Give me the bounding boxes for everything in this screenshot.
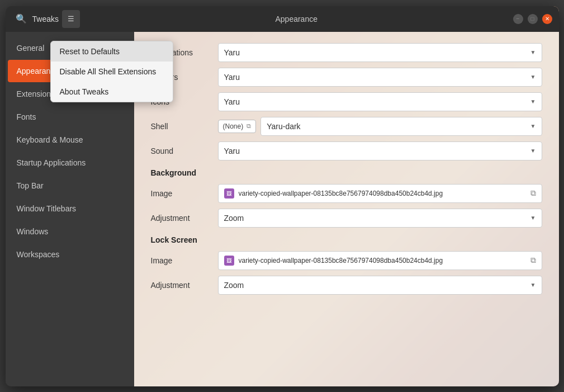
cursors-control: Yaru ▼ xyxy=(218,68,542,87)
cursors-dropdown[interactable]: Yaru ▼ xyxy=(218,68,542,87)
app-title: Tweaks xyxy=(32,15,59,23)
bg-image-label: Image xyxy=(151,189,218,198)
sidebar-item-keyboard-mouse[interactable]: Keyboard & Mouse xyxy=(8,129,132,151)
shell-dropdown-arrow: ▼ xyxy=(530,123,536,129)
lock-section-header: Lock Screen xyxy=(151,235,542,244)
bg-adjustment-label: Adjustment xyxy=(151,214,218,223)
menu-button[interactable]: ☰ xyxy=(62,10,80,28)
row-lock-image: Image 🖼 variety-copied-wallpaper-08135bc… xyxy=(151,251,542,270)
sidebar-item-window-titlebars[interactable]: Window Titlebars xyxy=(8,197,132,220)
row-sound: Sound Yaru ▼ xyxy=(151,141,542,160)
shell-badge: (None) ⧉ xyxy=(218,120,257,133)
bg-adjustment-dropdown-arrow: ▼ xyxy=(530,215,536,221)
icons-dropdown[interactable]: Yaru ▼ xyxy=(218,92,542,111)
menu-icon: ☰ xyxy=(68,15,74,23)
lock-image-label: Image xyxy=(151,256,218,265)
row-icons: Icons Yaru ▼ xyxy=(151,92,542,111)
bg-adjustment-dropdown[interactable]: Zoom ▼ xyxy=(218,209,542,228)
lock-copy-icon[interactable]: ⧉ xyxy=(530,256,536,265)
row-lock-adjustment: Adjustment Zoom ▼ xyxy=(151,276,542,295)
sound-dropdown-arrow: ▼ xyxy=(530,148,536,154)
minimize-icon: − xyxy=(516,16,520,22)
bg-image-control: 🖼 variety-copied-wallpaper-08135bc8e7567… xyxy=(218,184,542,203)
lock-adjustment-label: Adjustment xyxy=(151,281,218,290)
search-icon: 🔍 xyxy=(16,13,27,24)
sidebar-item-windows[interactable]: Windows xyxy=(8,220,132,243)
sidebar-item-topbar[interactable]: Top Bar xyxy=(8,174,132,197)
row-bg-image: Image 🖼 variety-copied-wallpaper-08135bc… xyxy=(151,184,542,203)
window-title: Appearance xyxy=(275,15,317,23)
icons-dropdown-arrow: ▼ xyxy=(530,98,536,105)
menu-item-disable-extensions[interactable]: Disable All Shell Extensions xyxy=(51,62,173,82)
background-section-header: Background xyxy=(151,168,542,177)
maximize-icon: □ xyxy=(530,16,534,22)
bg-copy-icon[interactable]: ⧉ xyxy=(530,188,536,198)
bg-image-icon: 🖼 xyxy=(224,188,234,199)
lock-adjustment-control: Zoom ▼ xyxy=(218,276,542,295)
shell-label: Shell xyxy=(151,122,218,131)
lock-adjustment-dropdown[interactable]: Zoom ▼ xyxy=(218,276,542,295)
lock-adjustment-dropdown-arrow: ▼ xyxy=(530,282,536,288)
sidebar-item-startup[interactable]: Startup Applications xyxy=(8,152,132,174)
applications-dropdown-arrow: ▼ xyxy=(530,49,536,55)
main-panel: Applications Yaru ▼ Cursors Yaru ▼ xyxy=(134,32,559,386)
titlebar: 🔍 Tweaks ☰ Appearance − □ ✕ xyxy=(6,6,559,32)
row-bg-adjustment: Adjustment Zoom ▼ xyxy=(151,209,542,228)
close-icon: ✕ xyxy=(545,16,549,22)
sidebar-item-fonts[interactable]: Fonts xyxy=(8,106,132,128)
lock-image-field[interactable]: 🖼 variety-copied-wallpaper-08135bc8e7567… xyxy=(218,251,542,270)
row-shell: Shell (None) ⧉ Yaru-dark ▼ xyxy=(151,117,542,136)
sound-label: Sound xyxy=(151,147,218,155)
bg-adjustment-control: Zoom ▼ xyxy=(218,209,542,228)
search-button[interactable]: 🔍 xyxy=(12,10,30,28)
menu-item-reset[interactable]: Reset to Defaults xyxy=(51,41,173,62)
bg-image-field[interactable]: 🖼 variety-copied-wallpaper-08135bc8e7567… xyxy=(218,184,542,203)
cursors-dropdown-arrow: ▼ xyxy=(530,74,536,80)
applications-control: Yaru ▼ xyxy=(218,43,542,62)
shell-badge-icon: ⧉ xyxy=(247,122,251,130)
sidebar-item-workspaces[interactable]: Workspaces xyxy=(8,243,132,266)
window-controls: − □ ✕ xyxy=(513,14,552,24)
maximize-button[interactable]: □ xyxy=(528,14,538,24)
applications-dropdown[interactable]: Yaru ▼ xyxy=(218,43,542,62)
close-button[interactable]: ✕ xyxy=(542,14,552,24)
icons-control: Yaru ▼ xyxy=(218,92,542,111)
sound-dropdown[interactable]: Yaru ▼ xyxy=(218,141,542,160)
lock-image-control: 🖼 variety-copied-wallpaper-08135bc8e7567… xyxy=(218,251,542,270)
lock-image-icon: 🖼 xyxy=(224,256,234,266)
row-cursors: Cursors Yaru ▼ xyxy=(151,68,542,87)
row-applications: Applications Yaru ▼ xyxy=(151,43,542,62)
sound-control: Yaru ▼ xyxy=(218,141,542,160)
shell-dropdown[interactable]: Yaru-dark ▼ xyxy=(260,117,542,136)
minimize-button[interactable]: − xyxy=(513,14,523,24)
popup-triangle xyxy=(118,41,127,41)
popup-menu: Reset to Defaults Disable All Shell Exte… xyxy=(50,41,173,102)
menu-item-about[interactable]: About Tweaks xyxy=(51,82,173,102)
